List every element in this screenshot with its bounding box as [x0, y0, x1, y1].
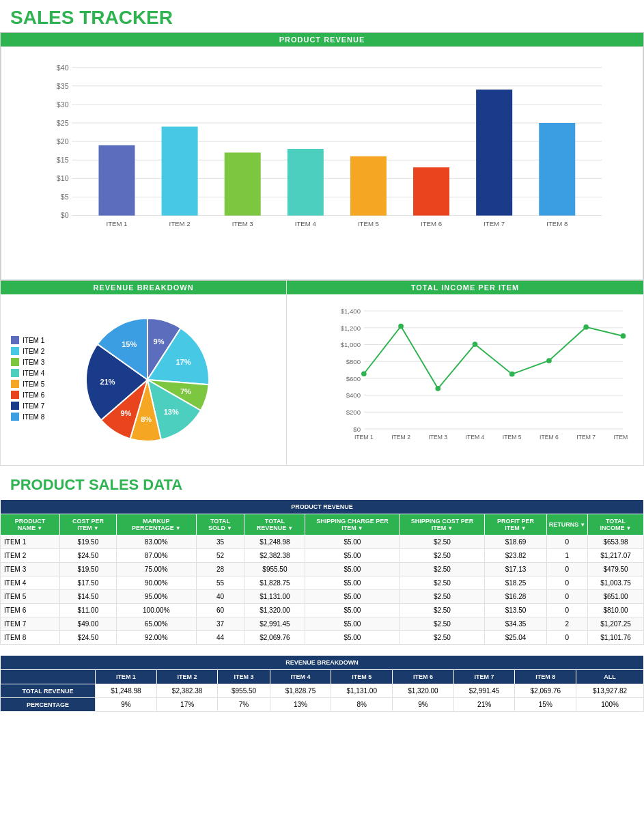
table-cell: 60 — [196, 604, 244, 617]
table-cell: ITEM 3 — [1, 563, 60, 576]
legend-item: ITEM 7 — [11, 402, 66, 410]
col-header: COST PER ITEM▼ — [59, 514, 116, 535]
table-cell: $19.50 — [59, 563, 116, 576]
table-cell: $17.50 — [59, 576, 116, 590]
col-header: TOTAL INCOME▼ — [588, 514, 644, 535]
legend-item: ITEM 3 — [11, 358, 66, 366]
svg-point-62 — [435, 386, 440, 391]
table-cell: 0 — [546, 535, 587, 549]
svg-rect-20 — [162, 126, 198, 215]
rev-col-header: ITEM 2 — [156, 670, 218, 684]
table-cell: 37 — [196, 617, 244, 631]
pie-chart-svg: 9%17%7%13%8%9%21%15% — [72, 305, 223, 455]
svg-text:ITEM 1: ITEM 1 — [106, 220, 127, 227]
svg-text:$35: $35 — [57, 82, 69, 90]
table-cell: $1,248.98 — [244, 535, 305, 549]
svg-text:ITEM 2: ITEM 2 — [169, 220, 191, 227]
svg-text:$30: $30 — [57, 100, 69, 109]
table-cell: $651.00 — [588, 590, 644, 604]
rev-cell: $2,382.38 — [156, 684, 218, 698]
dropdown-arrow[interactable]: ▼ — [176, 525, 181, 531]
table-cell: $5.00 — [305, 549, 400, 563]
product-data-table: PRODUCT REVENUEPRODUCT NAME▼COST PER ITE… — [0, 499, 644, 645]
dropdown-arrow[interactable]: ▼ — [227, 525, 232, 531]
svg-text:ITEM 6: ITEM 6 — [540, 434, 559, 441]
svg-text:17%: 17% — [176, 358, 191, 366]
table-cell: $2.50 — [400, 617, 485, 631]
dropdown-arrow[interactable]: ▼ — [580, 522, 585, 528]
table-cell: $25.04 — [485, 631, 546, 645]
svg-text:21%: 21% — [100, 378, 115, 386]
table-cell: $810.00 — [588, 604, 644, 617]
svg-text:ITEM 7: ITEM 7 — [484, 220, 505, 227]
dropdown-arrow[interactable]: ▼ — [37, 525, 42, 531]
revenue-breakdown-table: REVENUE BREAKDOWNITEM 1ITEM 2ITEM 3ITEM … — [0, 655, 644, 712]
svg-text:$400: $400 — [346, 391, 361, 399]
svg-text:$1,200: $1,200 — [341, 324, 361, 332]
svg-text:$1,000: $1,000 — [341, 341, 361, 348]
rev-table-row: TOTAL REVENUE$1,248.98$2,382.38$955.50$1… — [1, 684, 644, 698]
table-cell: $1,101.76 — [588, 631, 644, 645]
table-cell: $13.50 — [485, 604, 546, 617]
col-header: SHIPPING CHARGE PER ITEM▼ — [305, 514, 400, 535]
pie-chart-header: REVENUE BREAKDOWN — [1, 281, 286, 294]
svg-rect-30 — [476, 89, 512, 215]
table-cell: ITEM 7 — [1, 617, 60, 631]
table-cell: 28 — [196, 563, 244, 576]
legend-label: ITEM 6 — [23, 391, 44, 399]
rev-cell: $955.50 — [218, 684, 270, 698]
table-cell: 100.00% — [116, 604, 196, 617]
table-cell: $2.50 — [400, 576, 485, 590]
rev-col-header: ITEM 3 — [218, 670, 270, 684]
line-chart-section: TOTAL INCOME PER ITEM $1,400$1,200$1,000… — [287, 281, 644, 466]
table-row: ITEM 6$11.00100.00%60$1,320.00$5.00$2.50… — [1, 604, 644, 617]
rev-row-label: TOTAL REVENUE — [1, 684, 96, 698]
table-cell: 0 — [546, 576, 587, 590]
legend-item: ITEM 4 — [11, 369, 66, 377]
svg-point-72 — [621, 333, 626, 339]
table-row: ITEM 7$49.0065.00%37$2,991.45$5.00$2.50$… — [1, 617, 644, 631]
table-cell: $2.50 — [400, 590, 485, 604]
table-cell: $34.35 — [485, 617, 546, 631]
table-cell: $2.50 — [400, 604, 485, 617]
table-cell: $1,003.75 — [588, 576, 644, 590]
table-cell: 0 — [546, 590, 587, 604]
svg-text:$40: $40 — [57, 64, 69, 72]
table-cell: 2 — [546, 617, 587, 631]
legend-item: ITEM 5 — [11, 380, 66, 388]
dropdown-arrow[interactable]: ▼ — [447, 525, 453, 531]
rev-cell: 13% — [270, 698, 331, 712]
table-cell: $16.28 — [485, 590, 546, 604]
rev-cell: $2,069.76 — [515, 684, 576, 698]
svg-text:ITEM 3: ITEM 3 — [232, 220, 253, 227]
dropdown-arrow[interactable]: ▼ — [288, 525, 293, 531]
legend-label: ITEM 7 — [23, 402, 44, 410]
table-cell: $2.50 — [400, 631, 485, 645]
table-row: ITEM 2$24.5087.00%52$2,382.38$5.00$2.50$… — [1, 549, 644, 563]
table-cell: $17.13 — [485, 563, 546, 576]
table-cell: 75.00% — [116, 563, 196, 576]
svg-text:ITEM 6: ITEM 6 — [421, 220, 442, 227]
svg-text:$600: $600 — [346, 375, 361, 382]
table-cell: 83.00% — [116, 535, 196, 549]
table-cell: ITEM 5 — [1, 590, 60, 604]
rev-col-header: ITEM 6 — [393, 670, 454, 684]
svg-text:$10: $10 — [57, 174, 69, 182]
table-cell: $5.00 — [305, 535, 400, 549]
legend-color-swatch — [11, 358, 19, 366]
dropdown-arrow[interactable]: ▼ — [358, 525, 363, 531]
table-cell: $18.69 — [485, 535, 546, 549]
table-cell: $2.50 — [400, 535, 485, 549]
table-cell: $24.50 — [59, 549, 116, 563]
dropdown-arrow[interactable]: ▼ — [521, 525, 527, 531]
legend-color-swatch — [11, 391, 19, 399]
svg-text:ITEM 4: ITEM 4 — [466, 434, 485, 441]
svg-text:ITEM 5: ITEM 5 — [358, 220, 379, 227]
dropdown-arrow[interactable]: ▼ — [626, 525, 632, 531]
rev-cell: 17% — [156, 698, 218, 712]
dropdown-arrow[interactable]: ▼ — [94, 525, 99, 531]
rev-col-header: ITEM 4 — [270, 670, 331, 684]
table-cell: 0 — [546, 563, 587, 576]
rev-table-row: PERCENTAGE9%17%7%13%8%9%21%15%100% — [1, 698, 644, 712]
table-cell: $1,131.00 — [244, 590, 305, 604]
